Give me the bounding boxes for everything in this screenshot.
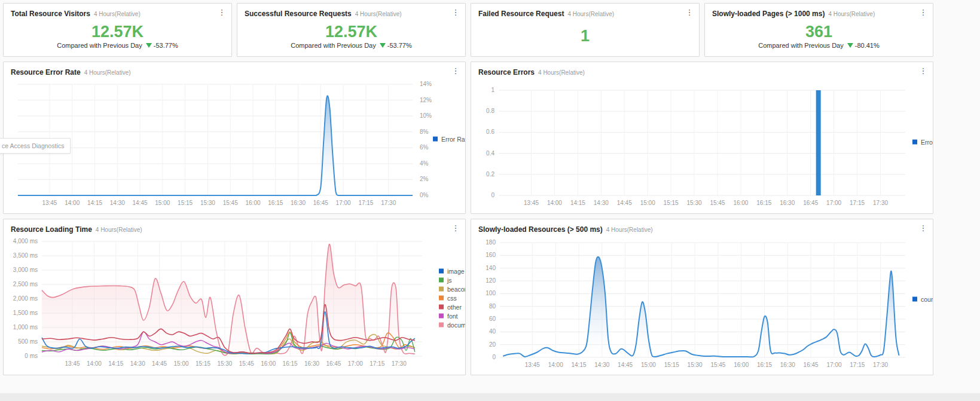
series-marks	[503, 257, 899, 357]
legend-item-font[interactable]: font	[439, 313, 458, 320]
legend-item-Error Rate[interactable]: Error Rate	[433, 136, 465, 143]
svg-text:15:45: 15:45	[223, 200, 238, 206]
svg-text:3,000 ms: 3,000 ms	[13, 267, 38, 273]
svg-text:14:15: 14:15	[570, 200, 585, 206]
kebab-menu-icon[interactable]: ⋮	[918, 223, 928, 234]
delta-value: -80.41%	[855, 42, 880, 49]
svg-text:font: font	[447, 313, 458, 320]
svg-text:0.4: 0.4	[486, 150, 494, 157]
svg-text:120: 120	[486, 277, 496, 284]
legend-item-css[interactable]: css	[439, 295, 457, 302]
compare-label: Compared with Previous Day	[57, 42, 142, 49]
svg-text:17:15: 17:15	[370, 360, 384, 367]
svg-text:15:15: 15:15	[664, 362, 679, 368]
down-triangle-icon	[380, 43, 386, 48]
card-slowly-loaded-pages: Slowly-loaded Pages (> 1000 ms)4 Hours(R…	[704, 3, 933, 57]
kebab-menu-icon[interactable]: ⋮	[217, 7, 227, 18]
card-header: Failed Resource Request4 Hours(Relative)	[471, 4, 699, 19]
svg-text:16:45: 16:45	[804, 362, 819, 368]
svg-text:16:30: 16:30	[780, 200, 795, 206]
svg-text:2,500 ms: 2,500 ms	[13, 281, 38, 287]
card-header: Slowly-loaded Resources (> 500 ms)4 Hour…	[471, 219, 933, 234]
kpi-comparison: Compared with Previous Day -53.77%	[57, 42, 178, 49]
kebab-menu-icon[interactable]: ⋮	[918, 66, 928, 76]
svg-text:15:30: 15:30	[688, 362, 703, 368]
series-marks	[18, 96, 413, 195]
legend-item-count[interactable]: count	[912, 296, 933, 303]
svg-text:17:15: 17:15	[358, 200, 373, 206]
svg-text:140: 140	[486, 265, 496, 271]
legend-item-image[interactable]: image	[439, 268, 465, 275]
kebab-menu-icon[interactable]: ⋮	[451, 223, 460, 234]
kpi-comparison: Compared with Previous Day -80.41%	[758, 42, 879, 49]
kpi-body: 1	[471, 19, 699, 56]
svg-text:17:00: 17:00	[826, 200, 841, 206]
svg-text:css: css	[447, 295, 457, 302]
kebab-menu-icon[interactable]: ⋮	[451, 7, 460, 18]
card-title: Slowly-loaded Pages (> 1000 ms)	[712, 10, 825, 18]
svg-text:16:00: 16:00	[734, 362, 749, 368]
svg-text:15:00: 15:00	[173, 360, 188, 367]
chart-resource-loading-time: 0 ms500 ms1,000 ms1,500 ms2,000 ms2,500 …	[4, 234, 465, 376]
svg-text:4,000 ms: 4,000 ms	[13, 238, 38, 244]
svg-text:16:15: 16:15	[756, 200, 771, 206]
gridlines	[18, 84, 413, 195]
svg-text:15:00: 15:00	[155, 200, 170, 206]
svg-text:15:00: 15:00	[641, 362, 656, 368]
card-title: Total Resource Visitors	[11, 10, 90, 18]
svg-text:Error Rate: Error Rate	[441, 136, 465, 143]
svg-text:15:00: 15:00	[640, 200, 655, 206]
area-count	[503, 257, 899, 357]
svg-text:15:30: 15:30	[686, 200, 701, 206]
card-successful-resource-requests: Successful Resource Requests4 Hours(Rela…	[237, 3, 466, 57]
card-title: Resource Loading Time	[11, 225, 92, 234]
series-marks	[816, 90, 821, 195]
svg-text:17:30: 17:30	[392, 360, 407, 367]
kebab-menu-icon[interactable]: ⋮	[685, 7, 694, 18]
svg-text:12%: 12%	[420, 97, 432, 103]
legend-item-js[interactable]: js	[439, 277, 452, 284]
kpi-value: 12.57K	[325, 23, 377, 40]
legend-item-other[interactable]: other	[439, 304, 462, 311]
legend-item-Errors[interactable]: Errors	[912, 139, 933, 146]
card-period: 4 Hours(Relative)	[538, 69, 585, 76]
svg-text:count: count	[921, 296, 933, 303]
svg-text:20: 20	[489, 341, 496, 348]
kpi-body: 12.57K Compared with Previous Day -53.77…	[4, 19, 231, 56]
dashboard: Total Resource Visitors4 Hours(Relative)…	[0, 0, 942, 383]
svg-text:1,500 ms: 1,500 ms	[13, 310, 38, 316]
svg-text:3,500 ms: 3,500 ms	[13, 252, 38, 259]
kpi-row: Total Resource Visitors4 Hours(Relative)…	[3, 3, 939, 57]
svg-text:other: other	[447, 304, 462, 311]
legend: imagejsbeaconcssotherfontdocument	[439, 268, 465, 329]
svg-text:16:30: 16:30	[780, 362, 795, 368]
area-Error Rate	[18, 96, 413, 195]
svg-text:js: js	[447, 277, 452, 284]
legend-item-beacon[interactable]: beacon	[439, 286, 465, 293]
axis-labels: 00.20.40.60.8113:4514:0014:1514:3014:451…	[486, 87, 888, 206]
svg-text:16:45: 16:45	[803, 200, 818, 206]
svg-text:16:45: 16:45	[326, 360, 341, 367]
delta-value: -53.77%	[387, 42, 412, 49]
svg-text:15:45: 15:45	[710, 362, 725, 368]
svg-text:14:30: 14:30	[594, 362, 609, 368]
card-total-resource-visitors: Total Resource Visitors4 Hours(Relative)…	[3, 3, 232, 57]
svg-text:16:15: 16:15	[283, 360, 298, 367]
kebab-menu-icon[interactable]: ⋮	[918, 7, 928, 18]
chart-resource-error-rate: 0%2%4%6%8%10%12%14%13:4514:0014:1514:301…	[4, 77, 465, 215]
svg-text:500 ms: 500 ms	[18, 338, 38, 345]
svg-text:13:45: 13:45	[525, 362, 540, 368]
svg-text:13:45: 13:45	[42, 200, 57, 206]
svg-text:15:30: 15:30	[200, 200, 215, 206]
svg-text:15:45: 15:45	[710, 200, 725, 206]
svg-text:0 ms: 0 ms	[25, 353, 38, 359]
legend-item-document[interactable]: document	[439, 322, 465, 329]
kebab-menu-icon[interactable]: ⋮	[451, 66, 460, 76]
kpi-value: 12.57K	[91, 23, 144, 40]
svg-text:14:30: 14:30	[130, 360, 145, 367]
svg-text:17:00: 17:00	[826, 362, 841, 368]
card-resource-loading-time: Resource Loading Time4 Hours(Relative) ⋮…	[3, 219, 466, 375]
svg-text:0.2: 0.2	[486, 171, 494, 177]
chart-resource-errors: 00.20.40.60.8113:4514:0014:1514:3014:451…	[471, 77, 933, 215]
svg-text:6%: 6%	[420, 144, 429, 151]
